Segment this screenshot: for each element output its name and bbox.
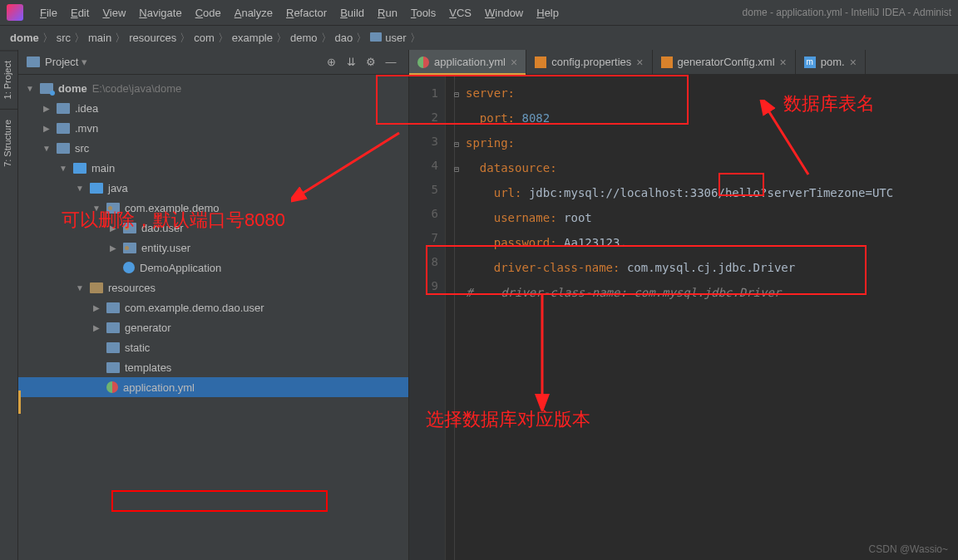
tree-toggle-icon[interactable]: ▼: [25, 84, 35, 93]
project-panel: Project ▾ ⊕ ⇊ ⚙ — ▼ dome E:\code\java\do…: [18, 50, 409, 560]
menu-file[interactable]: File: [33, 3, 64, 22]
code-line[interactable]: ⊟ datasource:: [454, 156, 958, 181]
pkg-icon: [106, 203, 120, 214]
tree-toggle-icon[interactable]: ▶: [91, 303, 101, 312]
hide-icon[interactable]: —: [382, 53, 400, 71]
tree-root[interactable]: ▼ dome E:\code\java\dome: [18, 78, 408, 98]
folder-icon: [57, 123, 70, 134]
crumb-user[interactable]: user: [370, 32, 406, 44]
tab-generatorConfig.xml[interactable]: generatorConfig.xml×: [653, 50, 796, 74]
crumb-main[interactable]: main: [88, 32, 111, 44]
chevron-right-icon: 〉: [71, 31, 88, 46]
tree-toggle-icon[interactable]: ▶: [108, 224, 118, 233]
src-icon: [73, 163, 86, 174]
collapse-icon[interactable]: ⇊: [342, 53, 360, 71]
close-icon[interactable]: ×: [511, 56, 517, 69]
tab-config.properties[interactable]: config.properties×: [526, 50, 652, 74]
tree-item[interactable]: ▶.mvn: [18, 118, 408, 138]
crumb-dao[interactable]: dao: [335, 32, 353, 44]
chevron-down-icon[interactable]: ▾: [81, 56, 87, 68]
menu-vcs[interactable]: VCS: [442, 3, 478, 22]
tab-label: pom.: [821, 56, 845, 68]
tree-toggle-icon[interactable]: ▼: [75, 184, 85, 193]
tree-item[interactable]: ▶dao.user: [18, 218, 408, 238]
crumb-com[interactable]: com: [194, 32, 215, 44]
editor-body[interactable]: 123456789 ⊟server: port: 8082⊟spring:⊟ d…: [409, 75, 958, 560]
tree-label: com.example.demo: [125, 202, 219, 214]
tree-item[interactable]: ▼src: [18, 138, 408, 158]
tab-pom.[interactable]: mpom.×: [796, 50, 866, 74]
code-line[interactable]: ⊟server:: [454, 81, 958, 106]
class-icon: [123, 262, 135, 273]
menu-view[interactable]: View: [96, 3, 132, 22]
tree-item[interactable]: ▼com.example.demo: [18, 198, 408, 218]
tree-item[interactable]: ▼java: [18, 178, 408, 198]
code-line[interactable]: ⊟spring:: [454, 131, 958, 156]
tab-label: application.yml: [434, 56, 506, 68]
code-area[interactable]: ⊟server: port: 8082⊟spring:⊟ datasource:…: [446, 75, 958, 560]
menu-edit[interactable]: Edit: [64, 3, 96, 22]
src-icon: [90, 183, 103, 194]
menu-run[interactable]: Run: [371, 3, 404, 22]
line-number: 6: [409, 202, 438, 226]
maven-icon: m: [804, 56, 816, 68]
code-line[interactable]: username: root: [454, 206, 958, 231]
code-line[interactable]: driver-class-name: com.mysql.cj.jdbc.Dri…: [454, 256, 958, 281]
close-icon[interactable]: ×: [850, 56, 857, 69]
close-icon[interactable]: ×: [780, 56, 787, 69]
gear-icon[interactable]: ⚙: [362, 53, 380, 71]
line-number: 2: [409, 106, 438, 130]
tab-application.yml[interactable]: application.yml×: [409, 50, 526, 74]
menu-build[interactable]: Build: [333, 3, 371, 22]
tree-item[interactable]: ▶.idea: [18, 98, 408, 118]
tree-item[interactable]: ▼resources: [18, 278, 408, 297]
code-line[interactable]: # driver-class-name: com.mysql.jdbc.Driv…: [454, 281, 958, 306]
tree-item[interactable]: templates: [18, 357, 408, 377]
tree-toggle-icon[interactable]: ▶: [91, 323, 101, 332]
menu-bar: FileEditViewNavigateCodeAnalyzeRefactorB…: [0, 0, 958, 25]
crumb-dome[interactable]: dome: [10, 32, 39, 44]
menu-analyze[interactable]: Analyze: [228, 3, 279, 22]
tree-label: static: [125, 341, 150, 354]
menu-navigate[interactable]: Navigate: [132, 3, 188, 22]
tree-toggle-icon[interactable]: ▶: [108, 243, 118, 253]
tree-path: E:\code\java\dome: [92, 82, 182, 95]
tree-label: DemoApplication: [140, 262, 221, 274]
editor-tabs: application.yml×config.properties×genera…: [409, 50, 958, 75]
tree-toggle-icon[interactable]: ▶: [42, 124, 52, 133]
code-line[interactable]: port: 8082: [454, 106, 958, 131]
crumb-src[interactable]: src: [57, 32, 71, 44]
tree-toggle-icon[interactable]: ▼: [75, 283, 85, 292]
tree-toggle-icon[interactable]: ▼: [42, 144, 52, 153]
tree-label: com.example.demo.dao.user: [125, 302, 264, 314]
tree-item[interactable]: ▶generator: [18, 317, 408, 337]
chevron-right-icon: 〉: [273, 31, 290, 46]
project-tree[interactable]: ▼ dome E:\code\java\dome ▶.idea▶.mvn▼src…: [18, 75, 408, 560]
chevron-right-icon: 〉: [215, 31, 232, 46]
tree-item[interactable]: static: [18, 337, 408, 357]
menu-help[interactable]: Help: [530, 3, 565, 22]
tree-item[interactable]: application.yml: [18, 377, 408, 397]
crumb-example[interactable]: example: [232, 32, 273, 44]
tree-toggle-icon[interactable]: ▼: [58, 164, 68, 173]
crumb-resources[interactable]: resources: [129, 32, 176, 44]
menu-code[interactable]: Code: [189, 3, 228, 22]
menu-refactor[interactable]: Refactor: [279, 3, 333, 22]
code-line[interactable]: password: Aa123123.: [454, 231, 958, 256]
tree-item[interactable]: ▶com.example.demo.dao.user: [18, 297, 408, 317]
locate-icon[interactable]: ⊕: [322, 53, 340, 71]
tool-structure[interactable]: 7: Structure: [0, 109, 17, 177]
yml-icon: [106, 381, 118, 393]
tree-item[interactable]: DemoApplication: [18, 258, 408, 278]
tool-project[interactable]: 1: Project: [0, 50, 17, 109]
tree-toggle-icon[interactable]: ▶: [42, 104, 52, 113]
menu-window[interactable]: Window: [478, 3, 530, 22]
code-line[interactable]: url: jdbc:mysql://localhost:3306/hello?s…: [454, 181, 958, 206]
tree-toggle-icon[interactable]: ▼: [91, 204, 101, 213]
crumb-demo[interactable]: demo: [290, 32, 318, 44]
menu-tools[interactable]: Tools: [404, 3, 442, 22]
close-icon[interactable]: ×: [636, 56, 643, 69]
tree-item[interactable]: ▼main: [18, 158, 408, 178]
tree-item[interactable]: ▶entity.user: [18, 238, 408, 258]
tab-label: config.properties: [551, 56, 631, 68]
